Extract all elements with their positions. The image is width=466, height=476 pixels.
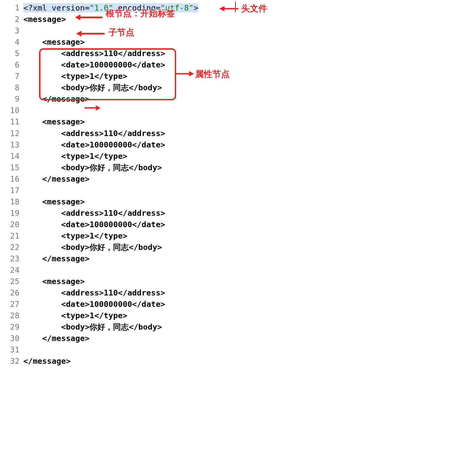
line-number: 15 [0, 162, 23, 173]
code-line[interactable]: 24 [0, 264, 466, 276]
line-content[interactable]: <address>110</address> [23, 128, 466, 139]
line-content[interactable] [23, 25, 466, 36]
line-content[interactable] [23, 185, 466, 196]
line-number: 9 [0, 93, 23, 105]
line-number: 30 [0, 333, 23, 344]
code-line[interactable]: 4 <message> [0, 36, 466, 48]
line-content[interactable]: <type>1</type> [23, 310, 466, 321]
line-number: 11 [0, 116, 23, 127]
line-number: 24 [0, 264, 23, 276]
line-number: 28 [0, 310, 23, 321]
code-line[interactable]: 17 [0, 185, 466, 196]
line-number: 14 [0, 150, 23, 162]
line-number: 31 [0, 344, 23, 355]
line-number: 32 [0, 355, 23, 367]
code-line[interactable]: 3 [0, 25, 466, 36]
code-line[interactable]: 19 <address>110</address> [0, 207, 466, 219]
line-content[interactable]: <body>你好，同志</body> [23, 162, 466, 173]
line-number: 25 [0, 276, 23, 287]
line-number: 8 [0, 82, 23, 93]
line-content[interactable] [23, 344, 466, 355]
line-number: 18 [0, 196, 23, 207]
line-number: 19 [0, 207, 23, 219]
line-content[interactable]: <address>110</address> [23, 207, 466, 219]
code-line[interactable]: 31 [0, 344, 466, 355]
line-content[interactable]: <message> [23, 36, 466, 48]
line-number: 7 [0, 70, 23, 82]
line-number: 4 [0, 36, 23, 48]
line-number: 13 [0, 139, 23, 150]
code-editor[interactable]: 1<?xml version="1.0" encoding="utf-8">2<… [0, 0, 466, 369]
code-line[interactable]: 14 <type>1</type> [0, 150, 466, 162]
code-line[interactable]: 29 <body>你好，同志</body> [0, 321, 466, 333]
code-line[interactable]: 30 </message> [0, 333, 466, 344]
code-line[interactable]: 11 <message> [0, 116, 466, 127]
line-content[interactable]: </message> [23, 93, 466, 105]
line-content[interactable]: <date>100000000</date> [23, 219, 466, 230]
code-line[interactable]: 23 </message> [0, 253, 466, 264]
code-line[interactable]: 18 <message> [0, 196, 466, 207]
line-content[interactable]: <date>100000000</date> [23, 298, 466, 310]
code-line[interactable]: 9 </message> [0, 93, 466, 105]
line-content[interactable]: </message> [23, 253, 466, 264]
line-number: 20 [0, 219, 23, 230]
code-line[interactable]: 16 </message> [0, 173, 466, 185]
code-line[interactable]: 5 <address>110</address> [0, 48, 466, 59]
line-number: 23 [0, 253, 23, 264]
code-line[interactable]: 28 <type>1</type> [0, 310, 466, 321]
code-line[interactable]: 13 <date>100000000</date> [0, 139, 466, 150]
line-content[interactable]: </message> [23, 355, 466, 367]
code-line[interactable]: 8 <body>你好，同志</body> [0, 82, 466, 93]
line-content[interactable]: <type>1</type> [23, 230, 466, 242]
line-number: 22 [0, 242, 23, 253]
line-number: 21 [0, 230, 23, 242]
code-line[interactable]: 1<?xml version="1.0" encoding="utf-8"> [0, 2, 466, 14]
line-content[interactable]: <address>110</address> [23, 48, 466, 59]
line-content[interactable]: <body>你好，同志</body> [23, 321, 466, 333]
code-line[interactable]: 25 <message> [0, 276, 466, 287]
line-content[interactable]: <date>100000000</date> [23, 139, 466, 150]
code-line[interactable]: 22 <body>你好，同志</body> [0, 242, 466, 253]
line-content[interactable] [23, 264, 466, 276]
line-content[interactable] [23, 105, 466, 116]
line-number: 6 [0, 59, 23, 70]
line-content[interactable]: <type>1</type> [23, 150, 466, 162]
code-line[interactable]: 27 <date>100000000</date> [0, 298, 466, 310]
line-content[interactable]: </message> [23, 173, 466, 185]
code-line[interactable]: 20 <date>100000000</date> [0, 219, 466, 230]
code-line[interactable]: 7 <type>1</type> [0, 70, 466, 82]
line-content[interactable]: <date>100000000</date> [23, 59, 466, 70]
line-content[interactable]: <message> [23, 116, 466, 127]
line-number: 10 [0, 105, 23, 116]
code-line[interactable]: 10 [0, 105, 466, 116]
code-line[interactable]: 15 <body>你好，同志</body> [0, 162, 466, 173]
line-content[interactable]: </message> [23, 333, 466, 344]
line-content[interactable]: <?xml version="1.0" encoding="utf-8"> [23, 2, 466, 14]
line-content[interactable]: <body>你好，同志</body> [23, 242, 466, 253]
code-line[interactable]: 21 <type>1</type> [0, 230, 466, 242]
line-number: 1 [0, 2, 23, 14]
line-number: 3 [0, 25, 23, 36]
line-content[interactable]: <message> [23, 276, 466, 287]
line-content[interactable]: <body>你好，同志</body> [23, 82, 466, 93]
line-number: 16 [0, 173, 23, 185]
code-line[interactable]: 12 <address>110</address> [0, 128, 466, 139]
line-content[interactable]: <address>110</address> [23, 287, 466, 298]
line-number: 29 [0, 321, 23, 333]
line-number: 27 [0, 298, 23, 310]
line-content[interactable]: <message> [23, 196, 466, 207]
code-line[interactable]: 32</message> [0, 355, 466, 367]
line-number: 17 [0, 185, 23, 196]
code-line[interactable]: 2<message> [0, 14, 466, 25]
line-number: 26 [0, 287, 23, 298]
line-content[interactable]: <message> [23, 14, 466, 25]
line-number: 5 [0, 48, 23, 59]
line-number: 2 [0, 14, 23, 25]
line-number: 12 [0, 128, 23, 139]
code-line[interactable]: 6 <date>100000000</date> [0, 59, 466, 70]
line-content[interactable]: <type>1</type> [23, 70, 466, 82]
code-line[interactable]: 26 <address>110</address> [0, 287, 466, 298]
